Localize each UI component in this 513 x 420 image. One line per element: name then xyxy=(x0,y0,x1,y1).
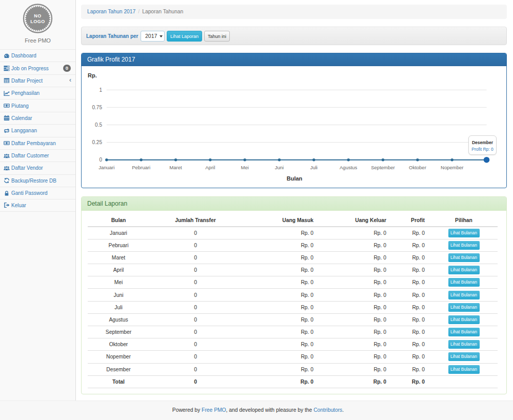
svg-text:0.75: 0.75 xyxy=(92,105,103,110)
svg-text:Nopember: Nopember xyxy=(441,165,463,170)
svg-text:1: 1 xyxy=(99,87,102,93)
svg-text:Agustus: Agustus xyxy=(340,165,358,170)
svg-text:Bulan: Bulan xyxy=(287,175,303,182)
svg-text:0: 0 xyxy=(99,157,102,163)
svg-text:0.25: 0.25 xyxy=(92,139,103,145)
svg-text:Rp.: Rp. xyxy=(88,72,97,78)
svg-text:Januari: Januari xyxy=(98,165,114,170)
svg-text:September: September xyxy=(371,165,394,170)
svg-text:0.5: 0.5 xyxy=(95,122,102,128)
svg-text:Pebruari: Pebruari xyxy=(132,165,150,170)
svg-text:NO: NO xyxy=(34,13,42,18)
svg-text:April: April xyxy=(205,165,215,170)
svg-text:Juni: Juni xyxy=(275,165,284,170)
svg-text:Mei: Mei xyxy=(241,165,249,170)
svg-text:Maret: Maret xyxy=(169,165,182,170)
svg-text:Juli: Juli xyxy=(310,165,318,170)
svg-text:LOGO: LOGO xyxy=(30,19,45,24)
svg-text:Oktober: Oktober xyxy=(409,165,426,170)
